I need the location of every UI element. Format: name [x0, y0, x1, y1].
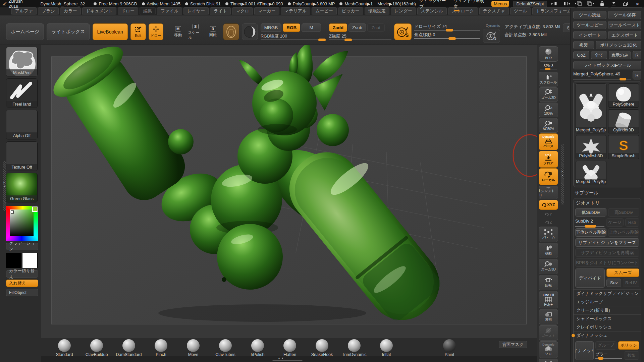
rstr-button[interactable]: Rstr — [625, 218, 639, 227]
brush-pinch[interactable]: Pinch — [145, 339, 177, 357]
menu-item-color[interactable]: カラー — [60, 7, 81, 15]
menu-item-layer[interactable]: レイヤー — [183, 7, 209, 15]
load-tool-button[interactable]: ツール読込 — [573, 11, 606, 19]
alpha-thumb[interactable]: Alpha Off — [6, 110, 38, 139]
tray-resize-bar[interactable] — [272, 360, 303, 361]
tray-resize-handle[interactable]: ▲▲ — [278, 357, 284, 360]
menu-item-document[interactable]: ドキュメント — [82, 7, 116, 15]
make-polymesh3d-button[interactable]: ポリメッシュ3D化 — [596, 41, 641, 49]
slider-handle[interactable] — [620, 78, 626, 80]
tool-thumb-merged-polysphere-2[interactable]: Merged_PolySph — [576, 161, 606, 185]
export-button[interactable]: エクスポート — [608, 31, 641, 39]
homepage-button[interactable]: ホームページ — [6, 23, 44, 40]
tool-name-slider[interactable]: Merged_PolySphere. 49 — [573, 71, 631, 79]
rgb-intensity-slider[interactable]: RGB強度 100 — [261, 33, 326, 40]
dynamesh-group-button[interactable]: グループ — [595, 341, 616, 350]
dynamesh-button[interactable]: ダイナメッシュ — [575, 341, 594, 360]
right-pane-divider[interactable]: ▸◂ — [561, 144, 564, 204]
edit-button[interactable]: Edit — [130, 23, 146, 40]
spix-slider[interactable]: SPix 3 — [539, 62, 558, 71]
perspective-button[interactable]: Dynamic パース — [539, 133, 558, 150]
menu-item-preferences[interactable]: 環境設定 — [365, 7, 389, 15]
lower-subdiv-button[interactable]: 低SubDiv — [575, 208, 606, 217]
quick-save-button[interactable]: クイックセーブ — [419, 0, 449, 10]
floor-button[interactable]: xyz フロア — [539, 151, 558, 168]
minimize-icon[interactable] — [610, 1, 618, 6]
move-mode-button[interactable]: M 移動 — [171, 23, 185, 40]
switch-color-button[interactable]: カラー切り替え — [6, 270, 38, 278]
brush-flatten[interactable]: Flatten — [274, 339, 306, 357]
local-button[interactable]: ローカル — [539, 168, 558, 185]
menu-item-picker[interactable]: ピッカー — [338, 7, 363, 15]
frame-button[interactable]: フレーム — [539, 227, 558, 242]
polyframe-button[interactable]: Line Fill PolyF — [539, 291, 558, 308]
lightbox-to-tool-button[interactable]: ライトボックス▶ツール — [573, 61, 641, 69]
tool-thumb-merged-polysphere[interactable]: Merged_PolySph — [576, 83, 606, 133]
brush-claytubes[interactable]: ClayTubes — [209, 339, 241, 357]
swap-color-button[interactable]: 入れ替え — [6, 280, 38, 287]
brush-inflat[interactable]: Inflat — [370, 339, 402, 357]
move3d-button[interactable]: 移動 — [539, 243, 558, 258]
material-button[interactable] — [242, 23, 258, 40]
menu-item-material[interactable]: マテリアル — [281, 7, 311, 15]
zoom3d-button[interactable]: ズーム3D — [539, 259, 558, 274]
lightbox-button[interactable]: ライトボックス — [47, 23, 90, 40]
liveboolean-button[interactable]: LiveBoolean — [93, 23, 128, 40]
restore-icon[interactable] — [622, 1, 630, 6]
zsub-button[interactable]: Zsub — [348, 23, 366, 32]
dynamesh-polish-button[interactable]: ポリッシ — [618, 341, 639, 350]
rotate-mode-button[interactable]: R 回転 — [206, 23, 220, 40]
dynamic-size-button[interactable]: D — [483, 29, 500, 43]
dynamesh-blur-slider[interactable]: ブラー — [595, 351, 622, 359]
brush-claybuildup[interactable]: ClayBuildup — [80, 339, 113, 357]
ghost-button[interactable]: ゴースト — [539, 325, 558, 341]
gradient-button[interactable]: グラデーション — [6, 243, 38, 250]
subdiv-slider[interactable]: SubDiv 2 — [575, 218, 604, 227]
actual-size-button[interactable]: x1 100% — [539, 103, 558, 117]
del-higher-button[interactable]: 上位レベル削除 — [608, 228, 639, 237]
left-pane-divider[interactable]: ▸◂ — [3, 161, 6, 211]
slider-handle[interactable] — [446, 29, 453, 32]
menu-item-brush[interactable]: ブラシ — [38, 7, 59, 15]
slider-handle[interactable] — [448, 37, 456, 40]
window-opacity-slider[interactable]: ウィンドウ透明度 — [453, 0, 488, 10]
menu-item-render[interactable]: レンダー — [391, 7, 416, 15]
divide-button[interactable]: ディバイド — [575, 268, 605, 288]
tool-thumb-cylinder3d[interactable]: Cylinder3D — [608, 109, 639, 133]
del-lower-button[interactable]: 下位レベル削除 — [575, 228, 606, 237]
section-claypolish[interactable]: クレイポリッシュ — [574, 323, 641, 331]
section-crease[interactable]: クリース(折り目) — [574, 306, 641, 314]
r-button[interactable]: R — [633, 51, 641, 59]
divider-bars-left-icon[interactable] — [551, 1, 559, 6]
brush-snakehook[interactable]: SnakeHook — [306, 339, 338, 357]
half-size-button[interactable]: AC50% — [539, 118, 558, 133]
freeze-subdiv-button[interactable]: サブディビジョンをフリーズ — [575, 238, 639, 247]
sculpt-canvas[interactable] — [41, 45, 537, 338]
slider-handle[interactable] — [598, 357, 603, 360]
texture-thumb[interactable]: Texture Off — [6, 141, 38, 171]
mask-brush-thumb[interactable]: MaskPen — [6, 47, 38, 76]
zadd-button[interactable]: Zadd — [329, 23, 347, 32]
smooth-button[interactable]: スムーズ — [606, 268, 639, 277]
brush-paint[interactable]: Paint — [433, 339, 466, 357]
draw-pointer-button[interactable]: ドロー — [149, 23, 163, 40]
divider-bars-right-icon[interactable] — [563, 1, 571, 6]
zoom2d-button[interactable]: ズーム2D — [539, 87, 558, 102]
focal-shift-slider[interactable]: 焦点移動 0 — [414, 32, 480, 39]
scale-mode-button[interactable]: S スケール — [188, 23, 203, 40]
solo-button[interactable]: Dynamic ソロ — [539, 341, 558, 358]
goz-button[interactable]: GoZ — [573, 51, 589, 59]
section-dynamesh[interactable]: ダイナメッシュ — [574, 331, 641, 340]
backface-mask-button[interactable]: 背面マスク — [499, 341, 527, 348]
dynamesh-project-button[interactable]: 投影 — [624, 351, 639, 360]
layout-next-icon[interactable] — [586, 1, 594, 6]
rotate3d-button[interactable]: 回転 — [539, 275, 558, 290]
all-button[interactable]: 全て — [591, 51, 607, 59]
draw-size-slider[interactable]: ドローサイズ 74 — [414, 23, 480, 31]
clone-button[interactable]: 複製 — [573, 41, 594, 49]
menu-item-movie[interactable]: ムービー — [312, 7, 337, 15]
brush-hpolish[interactable]: hPolish — [241, 339, 274, 357]
m-button[interactable]: M — [302, 23, 321, 32]
close-icon[interactable]: × — [634, 1, 641, 6]
tool-thumb-simplebrush[interactable]: S SimpleBrush — [608, 135, 639, 159]
